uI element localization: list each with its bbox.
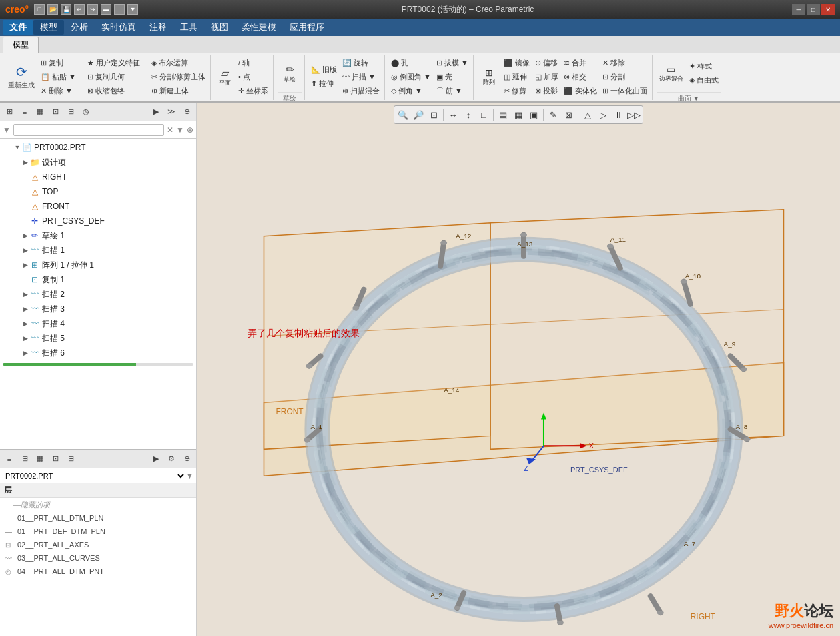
- expand-arrow[interactable]: ▶: [21, 246, 29, 254]
- btn-divide[interactable]: ⊡ 分割: [600, 70, 649, 83]
- search-options-icon[interactable]: ▼: [176, 125, 184, 135]
- btn-solidify[interactable]: ⬛ 实体化: [562, 84, 599, 97]
- bottom-btn-settings[interactable]: ⚙: [165, 452, 178, 466]
- open-icon[interactable]: 📂: [47, 4, 58, 15]
- bottom-btn-3[interactable]: ▦: [33, 452, 47, 466]
- vp-pause[interactable]: ⏸: [611, 107, 626, 122]
- menu-realtime[interactable]: 实时仿真: [95, 20, 143, 35]
- vp-select[interactable]: □: [476, 107, 491, 122]
- tree-item-top[interactable]: △ TOP: [0, 184, 196, 199]
- btn-copy[interactable]: ⊞ 复制: [39, 56, 78, 69]
- btn-freestyle[interactable]: ◈ 自由式: [687, 74, 721, 87]
- layer-item-2[interactable]: ⊡ 02__PRT_ALL_AXES: [0, 538, 196, 551]
- panel-btn-grid[interactable]: ▦: [33, 105, 47, 119]
- expand-arrow[interactable]: ▶: [21, 334, 29, 342]
- btn-intersect[interactable]: ⊗ 相交: [562, 70, 599, 83]
- bottom-btn-5[interactable]: ⊟: [64, 452, 77, 466]
- btn-paste[interactable]: 📋 粘贴 ▼: [39, 70, 78, 83]
- menu-tools[interactable]: 工具: [173, 20, 204, 35]
- clear-search-icon[interactable]: ✕: [167, 125, 173, 135]
- btn-thicken[interactable]: ◱ 加厚: [533, 70, 560, 83]
- tree-item-front[interactable]: △ FRONT: [0, 199, 196, 214]
- layer-item-1[interactable]: — 01__PRT_DEF_DTM_PLN: [0, 525, 196, 538]
- viewport[interactable]: 🔍 🔎 ⊡ ↔ ↕ □ ▤ ▦ ▣ ✎ ⊠ △ ▷ ⏸ ▷▷: [197, 103, 840, 636]
- btn-sketch[interactable]: ✏ 草绘: [278, 56, 302, 91]
- vp-play[interactable]: ▷▷: [626, 107, 641, 122]
- btn-shell[interactable]: ▣ 壳: [434, 70, 470, 83]
- btn-point[interactable]: • 点: [236, 70, 270, 83]
- expand-arrow[interactable]: ▶: [21, 290, 29, 298]
- btn-regenerate[interactable]: ⟳ 重新生成: [5, 59, 37, 94]
- vp-zoom-fit[interactable]: ⊡: [426, 107, 441, 122]
- vp-snap[interactable]: △: [580, 107, 595, 122]
- tree-item-root[interactable]: ▼ 📄 PRT0002.PRT: [0, 140, 196, 155]
- btn-shrinkwrap[interactable]: ⊠ 收缩包络: [85, 84, 142, 97]
- panel-btn-more2[interactable]: ≫: [165, 105, 178, 119]
- layer-item-hidden[interactable]: — 隐藏的项: [0, 498, 196, 511]
- expand-arrow[interactable]: ▶: [21, 261, 29, 269]
- expand-arrow[interactable]: ▶: [21, 232, 29, 240]
- btn-extend[interactable]: ◫ 延伸: [502, 70, 532, 83]
- bottom-btn-more1[interactable]: ▶: [149, 452, 163, 466]
- btn-style[interactable]: ✦ 样式: [687, 60, 721, 73]
- tree-item-array1[interactable]: ▶ ⊞ 阵列 1 / 拉伸 1: [0, 258, 196, 272]
- tree-item-sweep2[interactable]: ▶ 〰 扫描 2: [0, 287, 196, 302]
- tree-item-csys[interactable]: ✛ PRT_CSYS_DEF: [0, 214, 196, 228]
- new-icon[interactable]: □: [34, 4, 45, 15]
- btn-csys[interactable]: ✛ 坐标系: [236, 84, 270, 97]
- btn-plane[interactable]: ▱ 平面: [215, 65, 235, 89]
- btn-axis[interactable]: / 轴: [236, 56, 270, 69]
- bottom-btn-4[interactable]: ⊡: [49, 452, 62, 466]
- menu-flex[interactable]: 柔性建模: [235, 20, 283, 35]
- layer-item-4[interactable]: ◎ 04__PRT_ALL_DTM_PNT: [0, 565, 196, 578]
- panel-btn-layers[interactable]: ≡: [18, 105, 31, 119]
- btn-remove[interactable]: ✕ 移除: [600, 56, 649, 69]
- btn-copy-geom[interactable]: ⊡ 复制几何: [85, 70, 142, 83]
- btn-extrude[interactable]: ⬆ 拉伸: [309, 77, 339, 91]
- vp-measure[interactable]: ✎: [546, 107, 560, 122]
- tree-item-right[interactable]: △ RIGHT: [0, 170, 196, 184]
- layer-item-3[interactable]: 〰 03__PRT_ALL_CURVES: [0, 551, 196, 565]
- maximize-button[interactable]: □: [807, 4, 820, 15]
- btn-boundary[interactable]: ▭ 边界混合: [657, 56, 686, 91]
- btn-trim[interactable]: ✂ 修剪: [502, 84, 532, 97]
- bottom-btn-2[interactable]: ⊞: [18, 452, 31, 466]
- btn-blend[interactable]: ⊛ 扫描混合: [340, 84, 382, 97]
- expand-arrow[interactable]: ▼: [13, 143, 21, 151]
- menu-annotation[interactable]: 注释: [143, 20, 173, 35]
- undo-icon[interactable]: ↩: [74, 4, 85, 15]
- btn-unified[interactable]: ⊞ 一体化曲面: [600, 84, 649, 97]
- panel-btn-cols[interactable]: ⊟: [64, 105, 77, 119]
- bottom-btn-1[interactable]: ≡: [3, 452, 16, 466]
- minimize-button[interactable]: ─: [792, 4, 805, 15]
- panel-btn-more1[interactable]: ▶: [149, 105, 163, 119]
- bottom-btn-add[interactable]: ⊕: [180, 452, 193, 466]
- vp-pan[interactable]: ↔: [446, 107, 460, 122]
- tab-model[interactable]: 模型: [3, 37, 39, 53]
- btn-fillet[interactable]: ◎ 倒圆角 ▼: [389, 70, 433, 83]
- vp-zoom-out[interactable]: 🔎: [411, 107, 426, 122]
- tree-item-sweep3[interactable]: ▶ 〰 扫描 3: [0, 302, 196, 316]
- btn-bool[interactable]: ◈ 布尔运算: [149, 56, 207, 69]
- vp-rotate[interactable]: ↕: [461, 107, 476, 122]
- tree-item-design[interactable]: ▶ 📁 设计项: [0, 155, 196, 170]
- tree-item-copy1[interactable]: ⊡ 复制 1: [0, 272, 196, 287]
- expand-arrow[interactable]: ▶: [21, 320, 29, 328]
- menu-model[interactable]: 模型: [33, 20, 64, 35]
- view-icon[interactable]: ▬: [101, 4, 111, 15]
- expand-arrow[interactable]: ▶: [21, 305, 29, 313]
- tree-item-sweep1[interactable]: ▶ 〰 扫描 1: [0, 243, 196, 258]
- btn-rib[interactable]: ⌒ 筋 ▼: [434, 84, 470, 97]
- vp-shaded[interactable]: ▤: [496, 107, 510, 122]
- vp-hidden[interactable]: ▣: [526, 107, 541, 122]
- tree-item-sweep5[interactable]: ▶ 〰 扫描 5: [0, 331, 196, 346]
- tree-item-sweep6[interactable]: ▶ 〰 扫描 6: [0, 346, 196, 360]
- btn-project[interactable]: ⊠ 投影: [533, 84, 560, 97]
- add-filter-icon[interactable]: ⊕: [187, 125, 193, 135]
- vp-annotation[interactable]: ▷: [596, 107, 610, 122]
- layer-item-0[interactable]: — 01__PRT_ALL_DTM_PLN: [0, 511, 196, 525]
- btn-chamfer[interactable]: ◇ 倒角 ▼: [389, 84, 433, 97]
- menu-analysis[interactable]: 分析: [64, 20, 95, 35]
- btn-revolve[interactable]: 🔄 旋转: [340, 56, 382, 69]
- btn-newbody[interactable]: ⊕ 新建主体: [149, 84, 207, 97]
